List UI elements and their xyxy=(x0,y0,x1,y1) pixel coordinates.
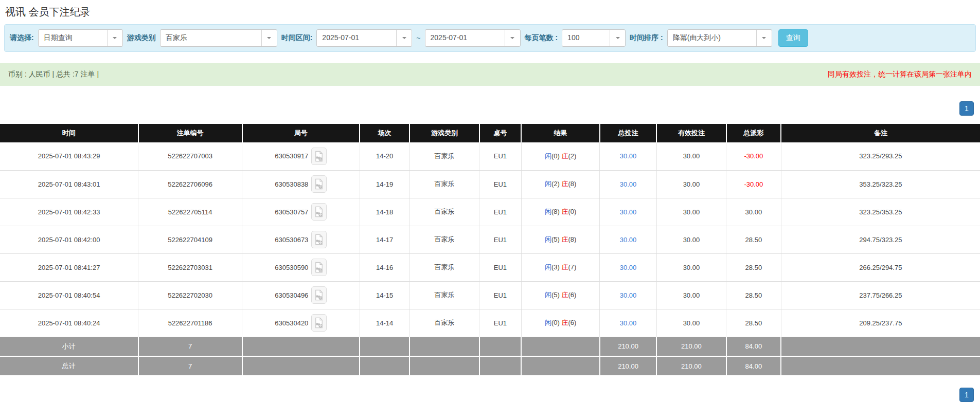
subtotal-row-payout: 84.00 xyxy=(726,337,781,356)
cell-time: 2025-07-01 08:42:00 xyxy=(0,226,138,253)
cell-round-id: 630530420 xyxy=(242,309,360,337)
video-replay-button[interactable] xyxy=(311,203,327,221)
date-to-select[interactable]: 2025-07-01 xyxy=(425,29,521,47)
cell-round-id: 630530673 xyxy=(242,226,360,253)
column-header-2: 局号 xyxy=(242,124,360,142)
cell-bet-id: 522622704109 xyxy=(138,226,242,253)
round-id-text: 630530757 xyxy=(275,208,308,216)
result-player-label: 闲 xyxy=(545,263,551,271)
cell-total-bet: 30.00 xyxy=(600,253,656,281)
video-replay-button[interactable] xyxy=(311,259,327,276)
total-row-result xyxy=(521,356,599,376)
column-header-10: 备注 xyxy=(781,124,980,142)
game-type-select[interactable]: 百家乐 xyxy=(160,29,277,47)
cell-bet-id: 522622706096 xyxy=(138,170,242,198)
cell-payout: 30.00 xyxy=(726,198,781,226)
game-type-value: 百家乐 xyxy=(161,30,261,46)
page-size-select[interactable]: 100 xyxy=(562,29,626,47)
cell-total-bet: 30.00 xyxy=(600,170,656,198)
total-row-total-bet: 210.00 xyxy=(600,356,656,376)
video-file-icon xyxy=(314,151,324,162)
date-to-value: 2025-07-01 xyxy=(425,30,505,46)
cell-session: 14-14 xyxy=(360,309,409,337)
video-file-icon xyxy=(314,178,324,190)
page-1-button[interactable]: 1 xyxy=(959,388,974,402)
time-sort-value: 降冪(由大到小) xyxy=(668,30,756,46)
cell-session: 14-20 xyxy=(360,142,409,170)
video-replay-button[interactable] xyxy=(311,231,327,248)
cell-time: 2025-07-01 08:41:27 xyxy=(0,253,138,281)
total-row-table xyxy=(479,356,522,376)
select-type-label: 请选择: xyxy=(10,33,34,43)
cell-valid-bet: 30.00 xyxy=(656,226,726,253)
cell-payout: 28.50 xyxy=(726,226,781,253)
search-button[interactable]: 查询 xyxy=(778,29,808,47)
date-from-select[interactable]: 2025-07-01 xyxy=(316,29,412,47)
cell-session: 14-16 xyxy=(360,253,409,281)
cell-total-bet: 30.00 xyxy=(600,226,656,253)
column-header-0: 时间 xyxy=(0,124,138,142)
result-player-label: 闲 xyxy=(545,291,551,299)
video-replay-button[interactable] xyxy=(311,175,327,193)
chevron-down-icon xyxy=(107,30,122,46)
column-header-9: 总派彩 xyxy=(726,124,781,142)
cell-table-no: EU1 xyxy=(479,309,522,337)
cell-valid-bet: 30.00 xyxy=(656,309,726,337)
table-row: 2025-07-01 08:41:27522622703031630530590… xyxy=(0,253,980,281)
cell-session: 14-15 xyxy=(360,281,409,309)
date-from-value: 2025-07-01 xyxy=(317,30,396,46)
cell-time: 2025-07-01 08:40:54 xyxy=(0,281,138,309)
cell-table-no: EU1 xyxy=(479,198,522,226)
cell-payout: 28.50 xyxy=(726,309,781,337)
subtotal-row-game xyxy=(409,337,479,356)
video-file-icon xyxy=(314,289,324,301)
round-id-text: 630530917 xyxy=(275,152,308,160)
subtotal-row-remark xyxy=(781,337,980,356)
time-sort-select[interactable]: 降冪(由大到小) xyxy=(667,29,772,47)
column-header-8: 有效投注 xyxy=(656,124,726,142)
cell-total-bet: 30.00 xyxy=(600,309,656,337)
page-title: 视讯 会员下注纪录 xyxy=(0,0,980,23)
total-row-count: 7 xyxy=(138,356,242,376)
round-id-text: 630530673 xyxy=(275,236,308,244)
subtotal-row-total-bet: 210.00 xyxy=(600,337,656,356)
cell-round-id: 630530917 xyxy=(242,142,360,170)
cell-payout: 28.50 xyxy=(726,281,781,309)
filter-bar: 请选择: 日期查询 游戏类别 百家乐 时间区间: 2025-07-01 ~ 20… xyxy=(4,24,976,52)
page-1-button[interactable]: 1 xyxy=(959,101,974,116)
video-replay-button[interactable] xyxy=(311,314,327,332)
video-replay-button[interactable] xyxy=(311,148,327,165)
cell-result: 闲(3) 庄(7) xyxy=(521,253,599,281)
column-header-3: 场次 xyxy=(360,124,409,142)
cell-table-no: EU1 xyxy=(479,226,522,253)
round-id-text: 630530496 xyxy=(275,291,308,299)
video-replay-button[interactable] xyxy=(311,286,327,304)
cell-result: 闲(2) 庄(8) xyxy=(521,170,599,198)
cell-result: 闲(0) 庄(2) xyxy=(521,142,599,170)
table-row: 2025-07-01 08:40:24522622701186630530420… xyxy=(0,309,980,337)
cell-valid-bet: 30.00 xyxy=(656,253,726,281)
cell-result: 闲(5) 庄(6) xyxy=(521,281,599,309)
result-banker-label: 庄 xyxy=(561,319,568,326)
subtotal-row-count: 7 xyxy=(138,337,242,356)
cell-total-bet: 30.00 xyxy=(600,198,656,226)
subtotal-row-session xyxy=(360,337,409,356)
result-banker-label: 庄 xyxy=(561,235,568,243)
cell-time: 2025-07-01 08:42:33 xyxy=(0,198,138,226)
total-row: 总计7210.00210.0084.00 xyxy=(0,356,980,376)
range-separator: ~ xyxy=(416,34,420,42)
subtotal-row-result xyxy=(521,337,599,356)
page-size-label: 每页笔数 : xyxy=(525,33,558,43)
video-file-icon xyxy=(314,262,324,273)
cell-round-id: 630530590 xyxy=(242,253,360,281)
cell-session: 14-19 xyxy=(360,170,409,198)
cell-remark: 323.25/353.25 xyxy=(781,198,980,226)
bet-records-table: 时间注单编号局号场次游戏类别桌号结果总投注有效投注总派彩备注 2025-07-0… xyxy=(0,124,980,376)
result-player-label: 闲 xyxy=(545,152,551,160)
query-type-select[interactable]: 日期查询 xyxy=(38,29,123,47)
cell-round-id: 630530496 xyxy=(242,281,360,309)
cell-remark: 209.25/237.75 xyxy=(781,309,980,337)
result-player-label: 闲 xyxy=(545,208,551,215)
currency-summary-text: 币别 : 人民币 | 总共 :7 注单 | xyxy=(8,70,99,79)
summary-info-bar: 币别 : 人民币 | 总共 :7 注单 | 同局有效投注，统一计算在该局第一张注… xyxy=(0,63,980,86)
